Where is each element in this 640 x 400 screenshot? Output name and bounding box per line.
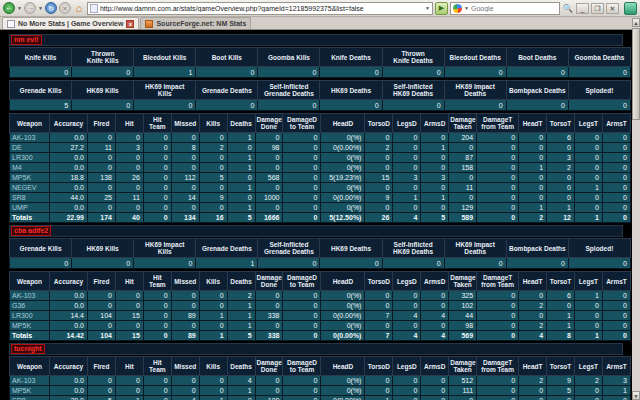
column-header: Damage Done (255, 114, 283, 133)
stat-value-cell: 0 (421, 133, 449, 143)
column-header: DamageD to Team (283, 272, 321, 291)
stat-value-cell: 204 (449, 133, 477, 143)
weapon-name-cell: M4 (10, 163, 50, 173)
stat-value-cell: 0(0.00%) (321, 193, 365, 203)
stat-value-cell: 0 (574, 311, 602, 321)
stat-value-cell: 0 (255, 321, 283, 331)
stat-value-cell: 0 (574, 193, 602, 203)
column-header: Grenade Deaths (196, 81, 258, 100)
close-button[interactable]: ✕ (606, 3, 619, 14)
search-submit-icon[interactable]: 🔍 (562, 2, 574, 14)
stat-value-cell: 0(%) (321, 163, 365, 173)
stat-value-cell: 0 (143, 213, 171, 223)
home-button[interactable]: ⌂ (73, 2, 85, 14)
stat-value-cell: 0 (72, 67, 134, 78)
column-header: Kills (199, 272, 227, 291)
stat-value-cell: 1 (199, 331, 227, 341)
table-row: 0010000000 (10, 67, 631, 78)
special-stats-table: Knife KillsThrown Knife KillsBleedout Ki… (9, 47, 631, 78)
column-header: Hit (115, 114, 143, 133)
url-input[interactable] (100, 5, 423, 12)
stop-button[interactable]: ✕ (59, 2, 71, 14)
weapon-name-cell: LR300 (10, 311, 50, 321)
scroll-up-arrow-icon[interactable]: ▲ (632, 18, 640, 27)
search-engine-dropdown-icon[interactable]: ▼ (464, 5, 469, 11)
back-button[interactable]: ← (3, 2, 15, 14)
url-history-dropdown-icon[interactable]: ▼ (425, 5, 430, 11)
stat-value-cell: 9 (365, 193, 393, 203)
stat-value-cell: 25 (88, 193, 116, 203)
vertical-scrollbar[interactable]: ▲ ▼ (632, 18, 640, 400)
stat-value-cell: 0 (477, 133, 519, 143)
google-engine-icon[interactable] (453, 4, 462, 13)
minimize-button[interactable]: _ (576, 3, 589, 14)
player-name-link[interactable]: nm evl! (11, 35, 42, 45)
stat-value-cell: 0(%) (321, 153, 365, 163)
stat-value-cell: 20.0 (50, 396, 88, 400)
back-dropdown-icon[interactable]: ▼ (17, 5, 22, 11)
stat-value-cell: 0 (365, 291, 393, 301)
stat-value-cell: 1 (421, 193, 449, 203)
stat-value-cell: 0 (227, 173, 255, 183)
restore-button[interactable]: ❐ (591, 3, 604, 14)
tab-close-icon[interactable]: x (126, 20, 134, 28)
forward-dropdown-icon[interactable]: ▼ (38, 5, 43, 11)
stat-value-cell: 0 (143, 203, 171, 213)
player-section: nm evl!Knife KillsThrown Knife KillsBlee… (0, 34, 632, 223)
column-header: Damage Done (255, 272, 283, 291)
stat-value-cell: 3 (393, 173, 421, 183)
column-header: Sploded! (568, 239, 630, 258)
stat-value-cell: 0(%) (321, 376, 365, 386)
column-header: HK69 Impact Kills (134, 81, 196, 100)
viewer-app-icon[interactable] (624, 2, 637, 15)
column-header: Knife Deaths (320, 48, 382, 67)
stat-value-cell: 0 (171, 163, 199, 173)
go-button[interactable]: ▶ (435, 2, 448, 15)
stat-value-cell: 0(0.00%) (321, 311, 365, 321)
stat-value-cell: 0 (444, 67, 506, 78)
weapon-name-cell: AK-103 (10, 376, 50, 386)
column-header: Weapon (10, 114, 50, 133)
reload-button[interactable]: ↻ (45, 2, 57, 14)
stat-value-cell: 0 (196, 100, 258, 111)
stat-value-cell: 1 (574, 331, 602, 341)
stat-value-cell: 0 (143, 311, 171, 321)
stat-value-cell: 0 (199, 301, 227, 311)
stat-value-cell: 0 (602, 133, 630, 143)
scroll-down-arrow-icon[interactable]: ▼ (632, 391, 640, 400)
stat-value-cell: 0 (115, 376, 143, 386)
scrollbar-thumb[interactable] (632, 28, 640, 120)
column-header: Sploded! (568, 81, 630, 100)
stat-value-cell: 1000 (255, 193, 283, 203)
column-header: Bleedout Deaths (444, 48, 506, 67)
stat-value-cell: 0 (519, 291, 547, 301)
stat-value-cell: 0 (547, 396, 575, 400)
stat-value-cell: 3 (602, 376, 630, 386)
column-header: DamageT from Team (477, 114, 519, 133)
stat-value-cell: 512 (449, 376, 477, 386)
player-name-link[interactable]: cba adife2 (11, 226, 51, 236)
stat-value-cell: 14.4 (50, 311, 88, 321)
stat-value-cell: 7 (365, 331, 393, 341)
stat-value-cell: 0 (115, 321, 143, 331)
player-name-link[interactable]: tucnight (11, 344, 45, 354)
tab-title: SourceForge.net: NM Stats (156, 20, 246, 27)
stat-value-cell: 0(%) (321, 386, 365, 396)
stat-value-cell: 0 (199, 321, 227, 331)
stat-value-cell: 3 (115, 143, 143, 153)
stat-value-cell: 0 (115, 291, 143, 301)
stat-value-cell: 0 (255, 291, 283, 301)
stat-value-cell: 2 (227, 291, 255, 301)
stat-value-cell: 5 (199, 173, 227, 183)
stat-value-cell: 0 (421, 291, 449, 301)
column-header: DamageT from Team (477, 272, 519, 291)
browser-tab[interactable]: No More Stats | Game Overviewx (2, 17, 139, 29)
browser-tab[interactable]: SourceForge.net: NM Stats (140, 17, 251, 29)
stat-value-cell: 0 (115, 386, 143, 396)
search-input[interactable] (471, 5, 557, 12)
column-header: HeadT (519, 114, 547, 133)
column-header: Goomba Kills (258, 48, 320, 67)
column-header: Boot Deaths (506, 48, 568, 67)
forward-button[interactable]: → (24, 2, 36, 14)
stat-value-cell: 14.42 (50, 331, 88, 341)
